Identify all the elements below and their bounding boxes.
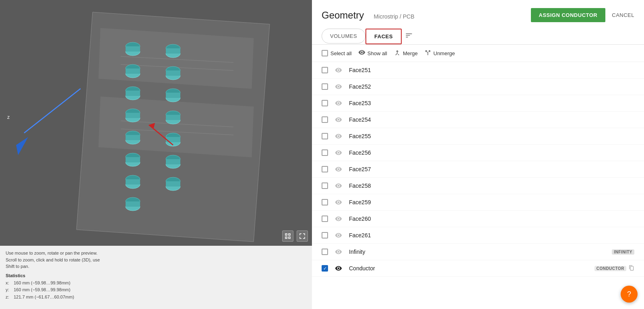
- page-title: Geometry: [322, 10, 364, 21]
- list-item[interactable]: ✓ ConductorCONDUCTOR: [312, 260, 644, 277]
- face-name-label: Face252: [349, 83, 634, 90]
- tab-faces[interactable]: FACES: [365, 29, 402, 44]
- svg-rect-14: [126, 68, 140, 74]
- svg-rect-60: [289, 234, 290, 235]
- face-eye-icon[interactable]: [334, 132, 343, 140]
- tab-volumes[interactable]: VOLUMES: [322, 29, 365, 44]
- list-item[interactable]: Face254: [312, 112, 644, 128]
- face-eye-icon[interactable]: [334, 99, 343, 107]
- select-all-control[interactable]: Select all: [322, 50, 352, 56]
- svg-rect-32: [126, 201, 140, 207]
- show-all-button[interactable]: Show all: [358, 49, 387, 58]
- face-eye-icon[interactable]: [334, 198, 343, 206]
- face-eye-icon[interactable]: [334, 165, 343, 173]
- sub-toolbar: Select all Show all Merge: [312, 45, 644, 62]
- face-badge: CONDUCTOR: [594, 266, 626, 271]
- face-checkbox[interactable]: [322, 67, 328, 73]
- svg-rect-38: [166, 71, 180, 76]
- face-checkbox[interactable]: [322, 166, 328, 172]
- list-item[interactable]: Face255: [312, 128, 644, 145]
- select-all-checkbox[interactable]: [322, 50, 328, 56]
- face-eye-icon[interactable]: [334, 248, 343, 256]
- face-checkbox[interactable]: [322, 182, 328, 189]
- list-item[interactable]: Face253: [312, 95, 644, 112]
- svg-rect-11: [126, 46, 140, 52]
- face-eye-icon[interactable]: [334, 182, 343, 190]
- face-checkbox[interactable]: [322, 216, 328, 222]
- face-eye-icon[interactable]: [334, 215, 343, 223]
- face-eye-icon[interactable]: [334, 149, 343, 157]
- face-name-label: Infinity: [349, 249, 609, 255]
- stat-y: y: 160 mm (−59.98…99.98mm): [6, 286, 306, 294]
- filter-icon[interactable]: [405, 31, 413, 41]
- copy-icon[interactable]: [629, 265, 634, 272]
- svg-rect-26: [126, 157, 140, 162]
- face-eye-icon[interactable]: [334, 231, 343, 239]
- viewport-controls: [282, 230, 308, 242]
- face-checkbox[interactable]: ✓: [322, 265, 328, 272]
- help-button[interactable]: ?: [621, 286, 638, 303]
- svg-rect-23: [126, 135, 140, 140]
- unmerge-button[interactable]: Unmerge: [424, 49, 455, 58]
- face-eye-icon[interactable]: [334, 264, 343, 272]
- face-checkbox[interactable]: [322, 133, 328, 139]
- svg-rect-20: [126, 113, 140, 118]
- list-item[interactable]: Face251: [312, 62, 644, 79]
- face-name-label: Face253: [349, 100, 634, 106]
- stats-title: Statistics: [6, 273, 306, 278]
- svg-rect-62: [289, 237, 290, 238]
- face-eye-icon[interactable]: [334, 116, 343, 124]
- eye-icon: [358, 49, 365, 58]
- face-checkbox[interactable]: [322, 149, 328, 156]
- right-panel: Geometry Microstrip / PCB ASSIGN Conduct…: [312, 0, 644, 309]
- 3d-viewport[interactable]: z: [0, 0, 312, 246]
- face-name-label: Face256: [349, 149, 634, 156]
- face-name-label: Face261: [349, 232, 634, 238]
- unmerge-icon: [424, 49, 431, 58]
- svg-text:z: z: [7, 114, 10, 120]
- page-subtitle: Microstrip / PCB: [374, 13, 414, 20]
- svg-rect-61: [285, 237, 287, 238]
- list-item[interactable]: Face261: [312, 227, 644, 244]
- face-name-label: Face257: [349, 166, 634, 172]
- svg-rect-35: [166, 48, 180, 54]
- face-name-label: Face254: [349, 116, 634, 123]
- svg-rect-17: [126, 91, 140, 96]
- face-checkbox[interactable]: [322, 249, 328, 255]
- face-name-label: Face260: [349, 216, 634, 222]
- merge-icon: [394, 49, 401, 58]
- face-eye-icon[interactable]: [334, 83, 343, 91]
- fit-view-button[interactable]: [282, 230, 293, 242]
- fullscreen-button[interactable]: [297, 230, 308, 242]
- viewport-panel: z: [0, 0, 312, 309]
- svg-rect-44: [166, 115, 180, 120]
- panel-header: Geometry Microstrip / PCB ASSIGN Conduct…: [312, 0, 644, 45]
- merge-button[interactable]: Merge: [394, 49, 418, 58]
- title-row: Geometry Microstrip / PCB ASSIGN Conduct…: [322, 8, 634, 22]
- list-item[interactable]: InfinityINFINITY: [312, 244, 644, 260]
- face-checkbox[interactable]: [322, 116, 328, 123]
- face-name-label: Face258: [349, 182, 634, 189]
- list-item[interactable]: Face257: [312, 161, 644, 178]
- face-name-label: Conductor: [349, 265, 591, 272]
- tabs-row: VOLUMES FACES: [322, 29, 634, 44]
- unmerge-label: Unmerge: [433, 50, 455, 56]
- merge-label: Merge: [403, 50, 418, 56]
- svg-rect-50: [166, 159, 180, 164]
- viewport-stats: Use mouse to zoom, rotate or pan the pre…: [0, 246, 312, 309]
- cancel-button[interactable]: CANCEL: [612, 12, 634, 18]
- list-item[interactable]: Face260: [312, 211, 644, 227]
- list-item[interactable]: Face252: [312, 79, 644, 95]
- face-checkbox[interactable]: [322, 232, 328, 238]
- face-checkbox[interactable]: [322, 100, 328, 106]
- list-item[interactable]: Face259: [312, 194, 644, 211]
- face-checkbox[interactable]: [322, 83, 328, 90]
- assign-conductor-button[interactable]: ASSIGN Conductor: [531, 8, 606, 22]
- list-item[interactable]: Face256: [312, 145, 644, 161]
- select-all-label: Select all: [330, 50, 352, 56]
- face-checkbox[interactable]: [322, 199, 328, 205]
- stat-z: z: 121.7 mm (−61.67…60.07mm): [6, 294, 306, 301]
- face-eye-icon[interactable]: [334, 66, 343, 74]
- hint-text: Use mouse to zoom, rotate or pan the pre…: [6, 250, 306, 270]
- list-item[interactable]: Face258: [312, 178, 644, 194]
